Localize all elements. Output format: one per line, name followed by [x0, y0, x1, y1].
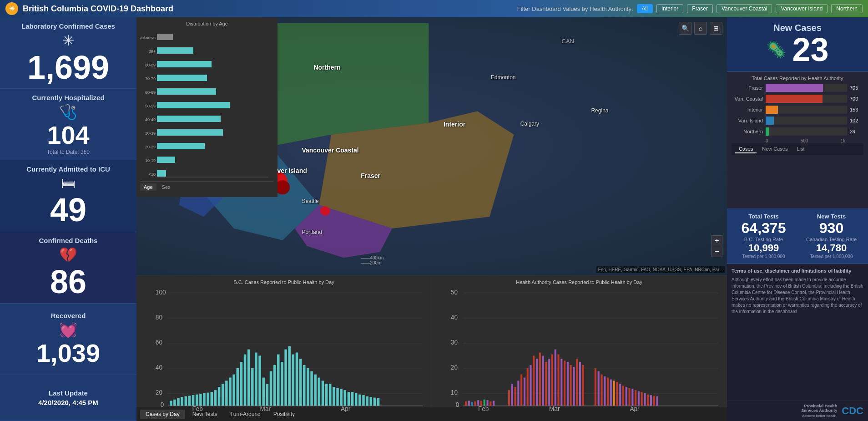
svg-rect-28: [196, 395, 198, 406]
svg-rect-77: [377, 398, 379, 406]
svg-rect-38: [232, 375, 235, 406]
age-tab-sex[interactable]: Sex: [158, 183, 174, 191]
svg-rect-45: [258, 355, 261, 406]
bar-fill-van-island: [766, 117, 774, 125]
svg-text:30-39: 30-39: [145, 131, 156, 136]
hospitalized-card: Currently Hospitalized 🩺 104 Total to Da…: [0, 89, 136, 160]
svg-rect-144: [644, 393, 646, 406]
bar-fill-fraser: [766, 84, 823, 92]
northern-label: Northern: [313, 64, 340, 71]
svg-rect-51: [281, 362, 283, 406]
svg-text:10-19: 10-19: [145, 158, 156, 163]
svg-rect-68: [344, 390, 346, 406]
svg-rect-63: [325, 384, 328, 406]
svg-text:0: 0: [456, 401, 459, 408]
bar-tab-new-cases[interactable]: New Cases: [758, 145, 791, 153]
svg-rect-164: [157, 47, 193, 54]
zoom-out-btn[interactable]: −: [712, 246, 722, 257]
hospitalized-label: Currently Hospitalized: [32, 94, 104, 101]
svg-rect-33: [214, 390, 217, 406]
svg-text:60-69: 60-69: [145, 90, 156, 95]
svg-text:400: 400: [242, 178, 249, 179]
filter-vancouver-coastal[interactable]: Vancouver Coastal: [717, 4, 772, 13]
svg-rect-48: [270, 371, 272, 406]
svg-rect-129: [598, 371, 600, 406]
svg-rect-52: [284, 350, 287, 406]
bar-tab-list[interactable]: List: [793, 145, 808, 153]
svg-rect-29: [199, 394, 202, 406]
map-grid-btn[interactable]: ⊞: [710, 22, 722, 35]
deaths-card: Confirmed Deaths 💔 86: [0, 232, 136, 304]
bar-x-500: 500: [801, 138, 808, 143]
svg-rect-96: [474, 401, 476, 406]
map-scale: ——400km——200ml: [361, 255, 384, 265]
bar-track-van-coastal: [766, 95, 847, 103]
svg-rect-111: [533, 355, 535, 406]
chart2-container: Health Authority Cases Reported to Publi…: [432, 276, 727, 407]
svg-text:20: 20: [451, 364, 458, 371]
bar-value-van-coastal: 700: [850, 96, 863, 101]
svg-text:10: 10: [451, 389, 458, 396]
bar-x-1k: 1k: [840, 138, 845, 143]
filter-vancouver-island[interactable]: Vancouver Island: [776, 4, 828, 13]
filter-northern[interactable]: Northern: [831, 4, 863, 13]
bar-x-0: 0: [766, 138, 768, 143]
last-update-value: 4/20/2020, 4:45 PM: [38, 399, 98, 406]
svg-text:50-59: 50-59: [145, 104, 156, 108]
interior-label: Interior: [444, 121, 465, 128]
age-chart-panel: Distribution by Age Unknown 89+ 80-89 70…: [136, 17, 278, 197]
svg-rect-71: [355, 393, 357, 406]
left-panel: Laboratory Confirmed Cases ✳ 1,699 Curre…: [0, 17, 136, 421]
new-tests-value: 930: [799, 220, 863, 237]
age-chart-tabs: Age Sex: [140, 181, 274, 193]
filter-interior[interactable]: Interior: [656, 4, 683, 13]
icu-bed-icon: 🛏: [61, 175, 76, 192]
svg-rect-42: [247, 350, 250, 406]
medical-star-icon: ✳: [62, 32, 75, 49]
map-search-btn[interactable]: 🔍: [679, 22, 691, 35]
svg-rect-40: [240, 362, 242, 406]
svg-text:Mar: Mar: [260, 405, 271, 412]
map-zoom: + −: [712, 235, 722, 257]
svg-rect-26: [188, 396, 191, 406]
svg-text:100: 100: [156, 289, 166, 295]
svg-rect-30: [203, 393, 205, 406]
last-update-card: Last Update 4/20/2020, 4:45 PM: [0, 375, 136, 421]
svg-rect-115: [545, 362, 547, 406]
svg-rect-22: [173, 400, 176, 406]
svg-rect-171: [157, 143, 205, 149]
svg-rect-76: [373, 398, 376, 406]
bc-rate-sub: Tested per 1,000,000: [732, 254, 796, 259]
bar-x-labels: 0 500 1k: [732, 138, 863, 143]
phsa-logo: Provincial HealthServices Authority Achi…: [801, 404, 837, 418]
zoom-in-btn[interactable]: +: [712, 235, 722, 246]
svg-text:Apr: Apr: [630, 405, 640, 412]
svg-rect-146: [650, 395, 652, 406]
svg-rect-37: [229, 378, 231, 406]
svg-rect-102: [493, 401, 495, 406]
bar-label-van-island: Van. Island: [732, 118, 766, 123]
svg-rect-60: [314, 375, 316, 406]
svg-rect-66: [336, 388, 338, 406]
svg-rect-103: [508, 390, 510, 406]
svg-rect-31: [207, 393, 209, 406]
disclaimer: Terms of use, disclaimer and limitations…: [727, 264, 868, 400]
stethoscope-icon: 🩺: [59, 103, 77, 121]
recovered-value: 1,039: [36, 340, 100, 366]
header-left: ☀ British Columbia COVID-19 Dashboard: [5, 2, 173, 15]
bar-tabs: Cases New Cases List: [732, 143, 863, 155]
svg-rect-163: [157, 34, 173, 40]
age-chart-title: Distribution by Age: [140, 21, 274, 26]
bar-tab-cases[interactable]: Cases: [735, 145, 757, 153]
chart1-svg: 100 80 60 40 20 0: [142, 287, 426, 412]
svg-rect-95: [471, 402, 473, 406]
map-home-btn[interactable]: ⌂: [694, 22, 707, 35]
svg-rect-136: [619, 384, 621, 406]
age-tab-age[interactable]: Age: [140, 183, 156, 191]
svg-text:20: 20: [156, 389, 162, 396]
svg-rect-101: [490, 401, 491, 406]
filter-all[interactable]: All: [637, 4, 653, 13]
new-tests-label: New Tests: [799, 213, 863, 220]
bar-row-northern: Northern 39: [732, 127, 863, 136]
filter-fraser[interactable]: Fraser: [687, 4, 713, 13]
